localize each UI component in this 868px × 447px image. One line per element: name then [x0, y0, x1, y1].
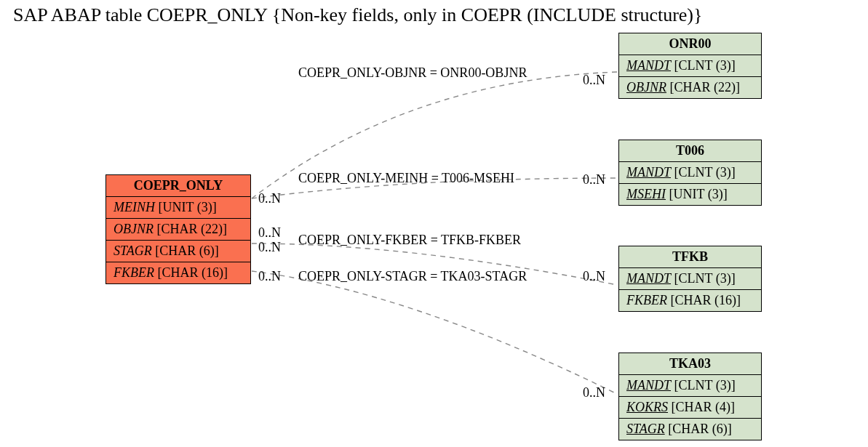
cardinality-label: 0..N: [258, 225, 281, 241]
entity-row: MANDT [CLNT (3)]: [619, 268, 761, 290]
relation-label-t006: COEPR_ONLY-MEINH = T006-MSEHI: [298, 171, 514, 186]
cardinality-label: 0..N: [583, 73, 605, 88]
entity-row: STAGR [CHAR (6)]: [106, 241, 250, 262]
entity-t006-header: T006: [619, 140, 761, 162]
cardinality-label: 0..N: [258, 240, 281, 255]
entity-tfkb-header: TFKB: [619, 246, 761, 268]
entity-row: FKBER [CHAR (16)]: [106, 262, 250, 283]
cardinality-label: 0..N: [258, 269, 281, 284]
entity-row: OBJNR [CHAR (22)]: [106, 219, 250, 241]
entity-coepr-only-header: COEPR_ONLY: [106, 175, 250, 197]
entity-row: FKBER [CHAR (16)]: [619, 290, 761, 311]
entity-onr00-header: ONR00: [619, 33, 761, 55]
cardinality-label: 0..N: [583, 269, 605, 284]
entity-row: STAGR [CHAR (6)]: [619, 419, 761, 440]
cardinality-label: 0..N: [583, 385, 605, 400]
entity-row: KOKRS [CHAR (4)]: [619, 397, 761, 419]
entity-row: MANDT [CLNT (3)]: [619, 55, 761, 77]
entity-row: MSEHI [UNIT (3)]: [619, 184, 761, 205]
page-title: SAP ABAP table COEPR_ONLY {Non-key field…: [13, 4, 702, 26]
relation-label-tfkb: COEPR_ONLY-FKBER = TFKB-FKBER: [298, 233, 521, 248]
entity-tka03: TKA03 MANDT [CLNT (3)] KOKRS [CHAR (4)] …: [618, 353, 762, 440]
entity-coepr-only: COEPR_ONLY MEINH [UNIT (3)] OBJNR [CHAR …: [105, 174, 251, 284]
entity-row: MANDT [CLNT (3)]: [619, 375, 761, 397]
entity-t006: T006 MANDT [CLNT (3)] MSEHI [UNIT (3)]: [618, 140, 762, 206]
cardinality-label: 0..N: [583, 172, 605, 188]
entity-row: MANDT [CLNT (3)]: [619, 162, 761, 184]
relation-label-onr00: COEPR_ONLY-OBJNR = ONR00-OBJNR: [298, 65, 527, 81]
entity-row: MEINH [UNIT (3)]: [106, 197, 250, 219]
entity-row: OBJNR [CHAR (22)]: [619, 77, 761, 98]
entity-tka03-header: TKA03: [619, 353, 761, 375]
relation-label-tka03: COEPR_ONLY-STAGR = TKA03-STAGR: [298, 269, 527, 284]
cardinality-label: 0..N: [258, 191, 281, 206]
entity-tfkb: TFKB MANDT [CLNT (3)] FKBER [CHAR (16)]: [618, 246, 762, 312]
entity-onr00: ONR00 MANDT [CLNT (3)] OBJNR [CHAR (22)]: [618, 33, 762, 99]
